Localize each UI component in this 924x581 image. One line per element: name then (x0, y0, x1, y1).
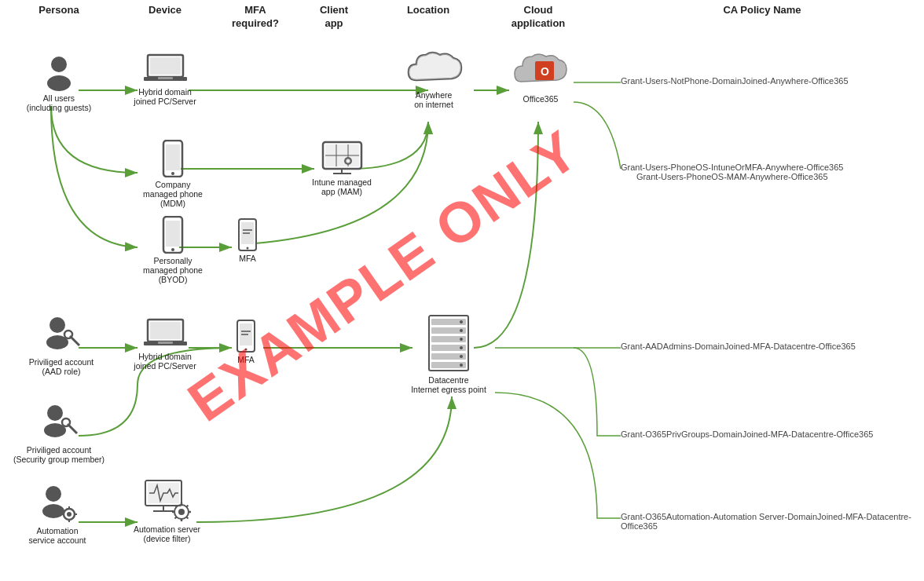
svg-point-2 (47, 75, 71, 91)
header-location: Location (385, 4, 471, 17)
header-ca-policy: CA Policy Name (613, 4, 911, 17)
svg-point-26 (346, 159, 350, 163)
node-priv-sg: Priviliged account (Security group membe… (8, 402, 110, 464)
svg-point-62 (67, 512, 72, 517)
mfa-phone-icon2 (236, 320, 255, 353)
svg-point-12 (171, 248, 174, 251)
header-persona: Persona (8, 4, 110, 17)
svg-point-59 (46, 486, 61, 502)
svg-line-78 (186, 517, 188, 518)
intune-app-icon (321, 140, 364, 175)
svg-point-51 (460, 338, 463, 341)
automation-account-icon (36, 483, 79, 524)
svg-point-60 (42, 504, 64, 518)
svg-line-80 (186, 506, 188, 507)
svg-rect-4 (150, 57, 181, 75)
cloud-icon (405, 49, 464, 88)
svg-point-58 (62, 418, 70, 426)
svg-point-32 (64, 331, 72, 338)
svg-line-79 (174, 517, 176, 518)
node-priv-aad: Priviliged account (AAD role) (14, 314, 108, 376)
svg-point-49 (460, 320, 463, 323)
priv-aad-icon (40, 314, 83, 355)
svg-point-39 (245, 349, 248, 351)
laptop-icon1 (144, 53, 187, 85)
node-personal-phone: Personally managed phone (BYOD) (138, 216, 208, 284)
node-mfa1: MFA (224, 218, 271, 263)
node-office365: O Office365 (501, 49, 580, 104)
svg-point-72 (178, 509, 185, 515)
svg-point-53 (460, 355, 463, 358)
svg-rect-34 (150, 322, 181, 339)
policy-p3: Grant-AADAdmins-DomainJoined-MFA-Datacen… (621, 342, 856, 351)
svg-point-52 (460, 346, 463, 349)
svg-text:O: O (541, 65, 549, 78)
laptop-icon2 (144, 318, 187, 349)
header-device: Device (122, 4, 208, 17)
automation-server-icon (144, 479, 191, 522)
node-mfa2: MFA (222, 320, 270, 364)
node-automation-account: Automation service account (14, 483, 101, 545)
svg-point-54 (460, 364, 463, 367)
header-mfa: MFArequired? (224, 4, 287, 31)
svg-point-1 (51, 57, 67, 72)
company-phone-icon (162, 140, 184, 177)
svg-point-9 (171, 172, 174, 175)
svg-point-29 (50, 317, 65, 333)
watermark: EXAMPLE ONLY (176, 118, 590, 434)
diagram-container: Persona Device MFArequired? Clientapp Lo… (0, 0, 924, 581)
svg-rect-11 (166, 221, 180, 247)
datacentre-icon (425, 314, 472, 373)
svg-point-50 (460, 329, 463, 332)
node-company-phone: Company managed phone (MDM) (138, 140, 208, 208)
svg-rect-6 (158, 77, 173, 79)
node-datacentre: Datacentre Internet egress point (405, 314, 492, 394)
header-cloud-app: Cloudapplication (495, 4, 581, 31)
header-client-app: Clientapp (295, 4, 373, 31)
office365-icon: O (513, 49, 568, 92)
node-intune-app: Intune managed app (MAM) (302, 140, 381, 196)
policy-p2: Grant-Users-PhoneOS-IntuneOrMFA-Anywhere… (621, 163, 843, 181)
policy-p1: Grant-Users-NotPhone-DomainJoined-Anywhe… (621, 76, 849, 86)
node-hybrid-pc2: Hybrid domain joined PC/Server (122, 318, 208, 371)
node-all-users: All users (including guests) (20, 53, 98, 112)
policy-p4: Grant-O365PrivGroups-DomainJoined-MFA-Da… (621, 429, 873, 439)
svg-rect-8 (166, 144, 180, 170)
mfa-phone-icon1 (238, 218, 257, 251)
node-anywhere: Anywhere on internet (394, 49, 473, 109)
svg-point-15 (247, 247, 249, 250)
priv-sg-icon (38, 402, 81, 443)
node-automation-server: Automation server (device filter) (122, 479, 212, 543)
personal-phone-icon (162, 216, 184, 254)
svg-point-55 (47, 405, 63, 421)
policy-p5: Grant-O365Automation-Automation Server-D… (621, 512, 924, 531)
svg-rect-36 (158, 342, 173, 344)
node-hybrid-pc1: Hybrid domain joined PC/Server (122, 53, 208, 106)
all-users-icon (40, 53, 78, 91)
